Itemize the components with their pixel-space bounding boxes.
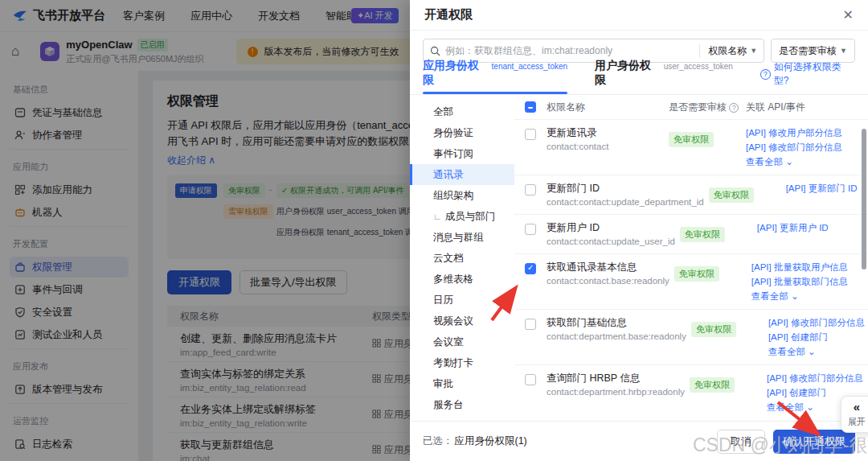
permission-name-cell: 更新用户 IDcontact:contact:update_user_id bbox=[547, 220, 680, 248]
expand-panel-widget[interactable]: « 展开 bbox=[841, 396, 868, 433]
checkbox-cell bbox=[514, 371, 547, 414]
modal-title: 开通权限 bbox=[424, 7, 473, 23]
category-item-通讯录[interactable]: 通讯录 bbox=[410, 164, 514, 185]
modal-body: 全部身份验证事件订阅通讯录组织架构∟成员与部门消息与群组云文档多维表格日历视频会… bbox=[410, 95, 868, 426]
cancel-button[interactable]: 取消 bbox=[717, 430, 765, 454]
row-checkbox[interactable] bbox=[525, 263, 536, 274]
expand-label: 展开 bbox=[848, 416, 866, 428]
category-item-服务台[interactable]: 服务台 bbox=[410, 394, 514, 415]
search-type-selector[interactable]: 权限名称 ▼ bbox=[699, 44, 757, 58]
category-item-组织架构[interactable]: 组织架构 bbox=[410, 185, 514, 206]
help-link-label: 如何选择权限类型? bbox=[774, 60, 855, 88]
api-link[interactable]: [API] 修改部门部分信息 bbox=[746, 140, 868, 154]
help-link[interactable]: ? 如何选择权限类型? bbox=[760, 60, 855, 94]
tab-token: tenant_access_token bbox=[492, 62, 568, 71]
category-label: 服务台 bbox=[433, 398, 464, 412]
api-link[interactable]: [API] 批量获取用户信息 bbox=[751, 260, 868, 274]
permission-name-cell: 更新通讯录contact:contact bbox=[547, 126, 669, 169]
select-all-checkbox[interactable] bbox=[525, 101, 536, 113]
modal-scrollbar[interactable] bbox=[862, 122, 866, 422]
permission-name-cell: 获取部门基础信息contact:department.base:readonly bbox=[547, 315, 691, 359]
permission-row: 更新用户 IDcontact:contact:update_user_id免审权… bbox=[514, 214, 868, 253]
category-label: 会议室 bbox=[433, 335, 464, 349]
category-item-视频会议[interactable]: 视频会议 bbox=[410, 311, 514, 331]
category-item-日历[interactable]: 日历 bbox=[410, 290, 514, 311]
review-cell: 免审权限 bbox=[709, 181, 786, 208]
column-api-events-label: 关联 API/事件 bbox=[746, 101, 805, 113]
api-link[interactable]: [API] 批量获取部门信息 bbox=[751, 274, 868, 289]
selected-label: 已选： bbox=[423, 434, 453, 448]
permission-row: 获取通讯录基本信息contact:contact.base:readonly免审… bbox=[514, 253, 868, 309]
api-link[interactable]: [API] 更新部门 ID bbox=[786, 181, 868, 196]
category-item-事件订阅[interactable]: 事件订阅 bbox=[410, 143, 514, 164]
review-cell: 免审权限 bbox=[690, 371, 767, 414]
permission-name: 获取部门基础信息 bbox=[547, 315, 686, 330]
permission-name-cell: 查询部门 HRBP 信息contact:department.hrbp:read… bbox=[547, 371, 690, 414]
view-all-link[interactable]: 查看全部 ⌄ bbox=[768, 344, 868, 359]
permission-name-cell: 更新部门 IDcontact:contact:update_department… bbox=[547, 181, 709, 208]
permission-name: 更新通讯录 bbox=[547, 126, 664, 140]
review-filter-label: 是否需要审核 bbox=[779, 44, 837, 58]
category-item-考勤打卡[interactable]: 考勤打卡 bbox=[410, 352, 514, 373]
double-chevron-left-icon: « bbox=[854, 401, 860, 413]
category-item-身份验证[interactable]: 身份验证 bbox=[410, 122, 514, 143]
view-all-link[interactable]: 查看全部 ⌄ bbox=[751, 289, 868, 303]
row-checkbox[interactable] bbox=[525, 374, 536, 385]
category-item-多维表格[interactable]: 多维表格 bbox=[410, 269, 514, 290]
category-label: 全部 bbox=[433, 105, 453, 119]
question-circle-icon: ? bbox=[760, 69, 771, 80]
category-label: 考勤打卡 bbox=[433, 356, 473, 370]
category-label: 日历 bbox=[433, 294, 453, 307]
api-links-cell: [API] 修改部门部分信息[API] 创建部门查看全部 ⌄ bbox=[768, 315, 868, 359]
api-link[interactable]: [API] 更新用户 ID bbox=[757, 220, 868, 235]
permission-row: 获取部门基础信息contact:department.base:readonly… bbox=[514, 309, 868, 364]
api-link[interactable]: [API] 修改部门部分信息 bbox=[767, 371, 868, 385]
permission-row: 更新部门 IDcontact:contact:update_department… bbox=[514, 175, 868, 214]
row-checkbox[interactable] bbox=[525, 319, 536, 330]
review-cell: 免审权限 bbox=[680, 220, 757, 248]
modal-table-header: 权限名称 是否需要审核 ? 关联 API/事件 bbox=[514, 95, 868, 119]
review-badge: 免审权限 bbox=[690, 377, 735, 393]
review-badge: 免审权限 bbox=[674, 266, 719, 282]
category-item-消息与群组[interactable]: 消息与群组 bbox=[410, 227, 514, 248]
chevron-down-icon: ▼ bbox=[750, 47, 757, 55]
api-link[interactable]: [API] 创建部门 bbox=[768, 330, 868, 344]
scrollbar-thumb[interactable] bbox=[862, 129, 866, 270]
review-badge: 免审权限 bbox=[669, 132, 714, 147]
tab-user_access_token[interactable]: 用户身份权限user_access_token bbox=[595, 59, 733, 94]
checkbox-cell bbox=[514, 181, 547, 208]
category-item-云文档[interactable]: 云文档 bbox=[410, 248, 514, 269]
row-checkbox[interactable] bbox=[525, 129, 536, 140]
permission-code: contact:contact:update_department_id bbox=[547, 196, 704, 208]
tab-label: 用户身份权限 bbox=[595, 59, 661, 88]
category-item-全部[interactable]: 全部 bbox=[410, 101, 514, 122]
view-all-link[interactable]: 查看全部 ⌄ bbox=[746, 154, 868, 169]
category-item-成员与部门[interactable]: ∟成员与部门 bbox=[410, 206, 514, 227]
close-icon[interactable]: ✕ bbox=[843, 7, 854, 23]
api-link[interactable]: [API] 修改用户部分信息 bbox=[746, 126, 868, 140]
category-label: 多维表格 bbox=[433, 273, 473, 286]
review-badge: 免审权限 bbox=[691, 322, 736, 337]
category-label: 身份验证 bbox=[433, 126, 473, 140]
category-label: 成员与部门 bbox=[445, 210, 496, 224]
selected-value: 应用身份权限(1) bbox=[455, 434, 527, 448]
info-icon[interactable]: ? bbox=[729, 103, 739, 113]
category-label: 事件订阅 bbox=[433, 147, 473, 161]
chevron-down-icon: ▼ bbox=[840, 47, 847, 55]
api-link[interactable]: [API] 修改部门部分信息 bbox=[768, 315, 868, 330]
confirm-open-button[interactable]: 确认开通权限 bbox=[773, 430, 855, 454]
review-filter-dropdown[interactable]: 是否需要审核 ▼ bbox=[771, 39, 855, 63]
row-checkbox[interactable] bbox=[525, 224, 536, 235]
search-input[interactable] bbox=[445, 45, 694, 56]
tab-tenant_access_token[interactable]: 应用身份权限tenant_access_token bbox=[423, 59, 567, 94]
open-permission-modal: 开通权限 ✕ 权限名称 ▼ 是否需要审核 ▼ 应用身份权限tenant bbox=[410, 0, 868, 461]
permission-code: contact:contact bbox=[547, 140, 664, 153]
category-list: 全部身份验证事件订阅通讯录组织架构∟成员与部门消息与群组云文档多维表格日历视频会… bbox=[410, 95, 514, 426]
review-cell: 免审权限 bbox=[669, 126, 746, 169]
category-label: 云文档 bbox=[433, 252, 464, 265]
category-item-审批[interactable]: 审批 bbox=[410, 373, 514, 394]
category-label: 消息与群组 bbox=[433, 231, 484, 245]
row-checkbox[interactable] bbox=[525, 184, 536, 196]
modal-footer: 已选： 应用身份权限(1) 取消 确认开通权限 bbox=[410, 421, 868, 461]
category-item-会议室[interactable]: 会议室 bbox=[410, 331, 514, 352]
